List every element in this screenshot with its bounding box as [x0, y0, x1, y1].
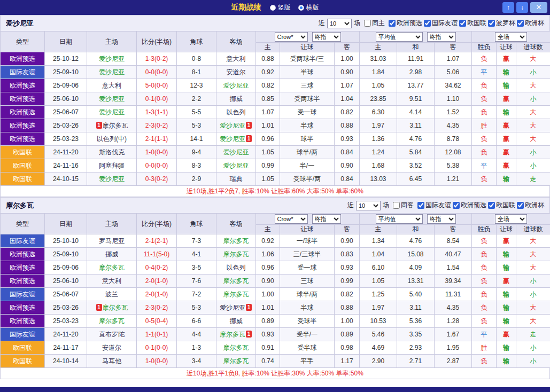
match-row: 欧洲预选25-09-10挪威11-1(5-0)4-1摩尔多瓦1.06三/三球半0… [1, 248, 550, 261]
result-wdl: 负 [472, 52, 497, 66]
same-venue-filter[interactable]: 同客 [393, 201, 414, 210]
avg-home-odds: 6.10 [360, 261, 397, 275]
home-odds: 0.91 [256, 341, 280, 355]
recent-count-select[interactable]: 10 [327, 19, 352, 28]
layout-radio-horizontal[interactable]: 横版 [298, 3, 319, 12]
result-handicap: 输 [497, 173, 516, 186]
handicap-line: 半球 [280, 66, 335, 79]
competition-checkbox[interactable] [459, 20, 466, 27]
avg-odds-select[interactable]: 平均值 [376, 214, 423, 224]
avg-draw-odds: 3.11 [397, 301, 435, 315]
competition-checkbox[interactable] [417, 202, 424, 209]
odds-time-select[interactable]: 终指 [312, 214, 341, 224]
recent-results-window: 近期战绩 竖版 横版 ↑ ↓ ✕ 爱沙尼亚 近 [0, 0, 550, 392]
home-odds: 1.00 [256, 288, 280, 301]
radio-selected-icon[interactable] [298, 5, 304, 11]
summary-text: 近10场,胜1平1负8, 胜率:10% 让胜率:30% 大率:50% 单率:50… [0, 368, 550, 379]
avg-time-select[interactable]: 终指 [427, 32, 456, 42]
layout-radio-vertical[interactable]: 竖版 [270, 3, 291, 12]
match-type: 欧国联 [1, 341, 45, 355]
home-team: 安道尔 [87, 341, 137, 355]
result-handicap: 输 [497, 301, 516, 315]
home-team: 马耳他 [87, 355, 137, 368]
match-row: 欧洲预选25-10-12爱沙尼亚1-3(0-2)0-8意大利0.88受两球半/三… [1, 52, 550, 66]
col-avg-away: 客 [435, 225, 472, 234]
match-type: 欧洲预选 [1, 275, 45, 288]
competition-filter[interactable]: 国际友谊 [417, 201, 451, 210]
col-avg-draw: 和 [397, 43, 435, 52]
team-name: 摩尔多瓦 [6, 201, 34, 210]
competition-checkbox[interactable] [453, 202, 460, 209]
handicap-line: 受两球半 [280, 92, 335, 106]
competition-filter[interactable]: 欧洲预选 [453, 201, 486, 210]
competition-checkbox[interactable] [488, 20, 495, 27]
competition-filter[interactable]: 欧洲预选 [389, 19, 422, 28]
result-goals: 大 [516, 79, 550, 92]
same-venue-checkbox[interactable] [393, 202, 400, 209]
match-type: 欧洲预选 [1, 106, 45, 119]
match-row: 欧洲预选25-09-06意大利5-0(0-0)12-3爱沙尼亚0.82三球1.0… [1, 79, 550, 92]
result-handicap: 输 [497, 288, 516, 301]
avg-home-odds: 13.03 [360, 173, 397, 186]
competition-filter[interactable]: 欧国联 [488, 201, 515, 210]
col-avg-away: 客 [435, 43, 472, 52]
home-odds: 1.05 [256, 146, 280, 159]
competition-filter[interactable]: 波罗杯 [488, 19, 515, 28]
match-date: 25-03-23 [45, 132, 87, 146]
same-venue-filter[interactable]: 同主 [364, 19, 385, 28]
competition-checkbox[interactable] [517, 20, 524, 27]
red-card-badge: 1 [246, 122, 252, 129]
scroll-up-button[interactable]: ↑ [502, 2, 514, 13]
away-team: 以色列 [216, 261, 256, 275]
competition-filter[interactable]: 欧洲杯 [517, 19, 544, 28]
same-venue-checkbox[interactable] [364, 20, 371, 27]
away-odds: 1.17 [335, 355, 360, 368]
team-label: 意大利 [102, 277, 121, 285]
competition-filter[interactable]: 欧国联 [459, 19, 486, 28]
recent-count-select[interactable]: 10 [356, 201, 381, 210]
odds-time-select[interactable]: 终指 [312, 32, 341, 42]
avg-time-select[interactable]: 终指 [427, 214, 456, 224]
layout-radio-vertical-label: 竖版 [278, 3, 291, 12]
col-handicap: 让球 [280, 43, 335, 52]
home-odds: 1.05 [256, 173, 280, 186]
competition-filter[interactable]: 国际友谊 [424, 19, 458, 28]
competition-checkbox[interactable] [488, 202, 495, 209]
competition-checkbox[interactable] [517, 202, 524, 209]
away-team: 摩尔多瓦 [216, 275, 256, 288]
result-goals: 大 [516, 301, 550, 315]
scroll-down-button[interactable]: ↓ [516, 2, 528, 13]
competition-filter[interactable]: 欧洲杯 [517, 201, 544, 210]
result-goals: 走 [516, 173, 550, 186]
avg-away-odds: 4.35 [435, 301, 472, 315]
avg-odds-select[interactable]: 平均值 [376, 32, 423, 42]
team-label: 波兰 [105, 291, 118, 298]
result-handicap: 赢 [497, 328, 516, 341]
avg-draw-odds: 5.84 [397, 146, 435, 159]
match-type: 欧国联 [1, 355, 45, 368]
team-label: 爱沙尼亚 [99, 175, 125, 183]
away-team: 以色列 [216, 106, 256, 119]
competition-label: 欧洲预选 [397, 19, 422, 28]
competition-checkbox[interactable] [389, 20, 396, 27]
red-card-badge: 1 [246, 135, 252, 142]
competition-filters: 欧洲预选国际友谊欧国联波罗杯欧洲杯 [387, 19, 544, 28]
match-row: 欧洲预选25-03-23以色列(中)2-1(1-1)14-1爱沙尼亚10.96球… [1, 132, 550, 146]
odds-source-select[interactable]: Crow* [275, 32, 308, 42]
session-select[interactable]: 全场 [495, 32, 527, 42]
close-button[interactable]: ✕ [530, 2, 547, 13]
avg-home-odds: 1.36 [360, 132, 397, 146]
result-wdl: 负 [472, 248, 497, 261]
corner-count: 7-2 [177, 288, 216, 301]
handicap-line: 一/球半 [280, 234, 335, 248]
avg-home-odds: 1.68 [360, 159, 397, 173]
games-label: 场 [354, 19, 360, 28]
radio-icon[interactable] [270, 5, 276, 11]
session-select[interactable]: 全场 [495, 214, 527, 224]
team-label: 马耳他 [102, 357, 121, 365]
col-away: 客场 [216, 214, 256, 234]
competition-label: 欧洲杯 [525, 201, 544, 210]
match-score: 0-1(0-0) [137, 92, 177, 106]
odds-source-select[interactable]: Crow* [275, 214, 308, 224]
competition-checkbox[interactable] [424, 20, 431, 27]
